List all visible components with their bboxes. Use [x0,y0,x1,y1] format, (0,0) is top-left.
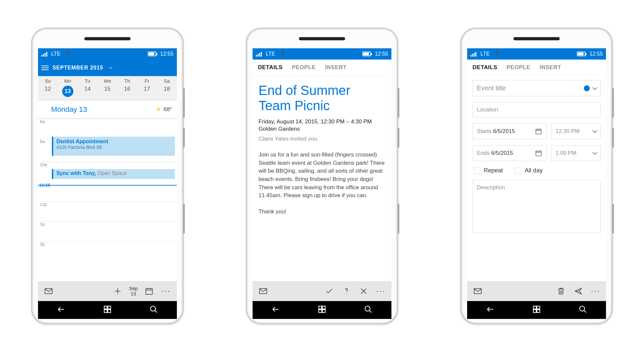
add-event-button[interactable] [110,283,126,299]
decline-button[interactable] [356,283,372,299]
phone-compose-event: LTE 12:55 DETAILS PEOPLE INSERT Event ti… [461,28,613,324]
start-time-value: 12:30 PM [555,128,580,135]
day-title: Monday 13 [51,105,87,114]
mail-button[interactable] [41,283,57,299]
hour-label: 10a [38,162,177,167]
tab-details[interactable]: DETAILS [258,64,283,71]
agenda-timeline[interactable]: 8a 9a 10a 12p 1p 2p Dentist Appointment … [38,119,177,281]
event-detail-pane[interactable]: End of Summer Team Picnic Friday, August… [253,75,391,281]
weekday-label: Su [38,78,58,84]
weather-badge: ☀ 68° [156,106,172,113]
home-button[interactable] [103,305,112,315]
more-button[interactable]: ··· [158,283,174,299]
calendar-event[interactable]: Sync with Tony, Open Space [52,169,175,179]
more-button[interactable]: ··· [587,283,603,299]
date-cell-selected[interactable]: 13 [58,86,78,97]
svg-rect-0 [45,288,52,293]
start-label: Starts [477,128,491,134]
tab-insert[interactable]: INSERT [540,64,561,71]
clock-label: 12:55 [589,51,603,57]
search-button[interactable] [149,305,158,315]
accept-button[interactable] [321,283,337,299]
menu-icon[interactable] [41,66,49,70]
back-button[interactable] [271,305,280,315]
network-label: LTE [51,51,60,57]
checkbox-icon [474,167,480,174]
svg-rect-17 [534,306,537,309]
search-button[interactable] [364,305,373,315]
event-location: 4100 Factoria Blvd SE [57,145,172,150]
mail-icon [44,287,53,295]
delete-button[interactable] [553,283,569,299]
home-button[interactable] [532,305,541,315]
calendar-event[interactable]: Dentist Appointment 4100 Factoria Blvd S… [52,137,175,156]
back-button[interactable] [486,305,495,315]
today-button[interactable]: Sep 13 [129,286,138,296]
title-field[interactable]: Event title [472,80,601,96]
temperature-label: 68° [164,106,172,113]
command-bar: Sep 13 ··· [38,281,177,301]
tab-bar: DETAILS PEOPLE INSERT [467,60,606,75]
location-placeholder: Location [477,107,498,113]
hour-label: 1p [38,221,177,227]
day-title-row: Monday 13 ☀ 68° [38,101,177,119]
status-bar: LTE 12:55 [38,48,177,60]
send-button[interactable] [570,283,586,299]
end-label: Ends [477,150,490,156]
category-color-dot[interactable] [584,85,590,91]
mail-button[interactable] [470,283,486,299]
home-button[interactable] [318,305,326,315]
calendar-month-header[interactable]: SEPTEMBER 2015 [38,60,177,76]
svg-rect-18 [537,306,540,309]
calendar-icon [535,128,542,135]
event-title: Sync with Tony, [57,170,96,176]
date-cell[interactable]: 12 [38,86,58,97]
allday-checkbox[interactable]: All day [515,167,543,174]
event-body: Join us for a fun and sun-filled (finger… [259,151,385,216]
search-button[interactable] [579,305,587,315]
start-date-field[interactable]: Starts 6/5/2015 [472,123,546,139]
date-cell[interactable]: 16 [117,86,137,97]
battery-icon [362,52,371,56]
svg-rect-19 [534,310,537,313]
tab-people[interactable]: PEOPLE [292,64,316,71]
date-cell[interactable]: 14 [78,86,98,97]
month-label: SEPTEMBER 2015 [53,65,103,71]
tab-insert[interactable]: INSERT [325,64,346,71]
compose-form: Event title Location Starts 6/5/2015 12:… [467,75,606,281]
weekday-header: Su Mo Tu We Th Fr Sa [38,76,177,84]
now-indicator [38,185,177,186]
network-label: LTE [480,51,490,57]
bluetooth-icon [64,50,72,58]
location-field[interactable]: Location [472,102,601,117]
repeat-checkbox[interactable]: Repeat [474,167,503,174]
status-bar: LTE 12:55 [467,48,606,60]
end-date-field[interactable]: Ends 6/5/2015 [472,145,546,161]
chevron-down-icon [592,85,597,90]
tab-details[interactable]: DETAILS [472,64,497,71]
more-button[interactable]: ··· [373,283,389,299]
nav-buttons [253,301,391,319]
question-icon [342,287,351,295]
start-time-field[interactable]: 12:30 PM [551,123,601,139]
mail-button[interactable] [255,283,271,299]
description-field[interactable]: Description [472,180,601,233]
command-bar: ··· [253,281,391,301]
calendar-view-button[interactable] [141,283,157,299]
date-cell[interactable]: 15 [98,86,117,97]
event-location: Open Space [98,170,127,176]
tentative-button[interactable] [339,283,354,299]
end-time-field[interactable]: 1:00 PM [551,145,601,161]
svg-rect-5 [108,310,111,313]
weekday-label: Th [117,78,137,84]
description-placeholder: Description [477,184,505,191]
today-month: Sep [129,286,138,291]
calendar-icon [535,150,542,157]
back-button[interactable] [57,305,65,315]
svg-rect-15 [536,151,542,156]
status-bar: LTE 12:55 [253,48,391,60]
tab-people[interactable]: PEOPLE [506,64,530,71]
date-cell[interactable]: 17 [137,86,157,97]
svg-rect-4 [104,310,107,313]
date-cell[interactable]: 18 [157,86,177,97]
